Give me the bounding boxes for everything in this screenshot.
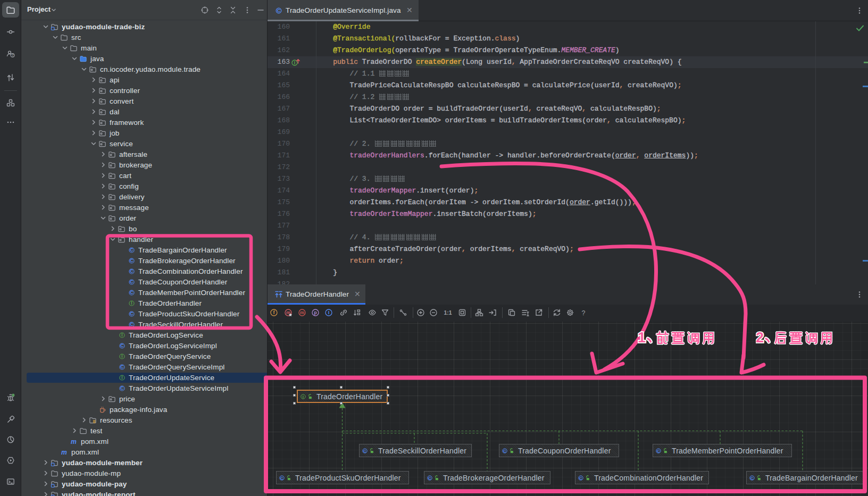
svg-text:2: 2 [756,330,764,346]
svg-text:?: ? [12,53,14,57]
svg-text:1: 1 [638,330,646,346]
svg-text:m: m [300,310,304,315]
svg-text:I: I [294,60,295,65]
svg-text:1:1: 1:1 [444,309,452,316]
svg-text:?: ? [582,309,586,317]
svg-text:I: I [328,310,330,315]
svg-text:f: f [273,310,276,315]
svg-text:p: p [314,310,317,315]
